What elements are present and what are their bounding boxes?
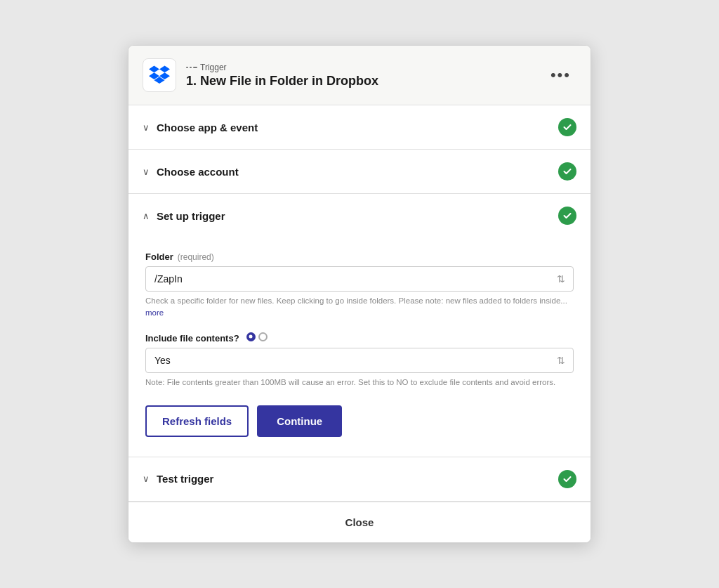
dropbox-icon: [149, 65, 170, 86]
radio-yes[interactable]: [246, 332, 256, 341]
svg-rect-2: [193, 67, 197, 68]
section-setup-trigger-left: ∧ Set up trigger: [143, 210, 225, 222]
check-circle-choose-account: [558, 162, 576, 181]
checkmark-icon-2: [562, 166, 572, 176]
dropbox-logo: [143, 58, 176, 92]
include-contents-field-group: Include file contents? Yes ⇅ Note: File …: [145, 332, 574, 388]
svg-rect-1: [190, 67, 192, 68]
include-contents-hint: Note: File contents greater than 100MB w…: [145, 377, 574, 388]
include-contents-label-row: Include file contents?: [145, 332, 574, 344]
continue-button[interactable]: Continue: [257, 405, 342, 437]
section-test-trigger-header[interactable]: ∨ Test trigger: [128, 457, 591, 501]
close-button[interactable]: Close: [334, 514, 385, 531]
chevron-down-icon-3: ∨: [143, 473, 150, 484]
folder-required: (required): [178, 252, 214, 262]
trigger-label-text: Trigger: [200, 63, 227, 72]
check-circle-choose-app: [558, 118, 576, 136]
setup-trigger-body: Folder (required) /ZapIn ⇅ Check a speci…: [128, 237, 591, 457]
header-left: Trigger 1. New File in Folder in Dropbox: [143, 58, 378, 92]
section-test-trigger-left: ∨ Test trigger: [143, 473, 213, 485]
section-choose-account-title: Choose account: [157, 166, 239, 178]
folder-select-wrapper: /ZapIn ⇅: [145, 266, 574, 292]
more-menu-button[interactable]: •••: [545, 63, 576, 87]
section-choose-account: ∨ Choose account: [128, 150, 591, 194]
check-circle-test-trigger: [558, 470, 576, 488]
include-contents-select-wrapper: Yes ⇅: [145, 348, 574, 373]
refresh-fields-button[interactable]: Refresh fields: [145, 405, 249, 437]
svg-rect-0: [186, 67, 188, 68]
section-choose-account-header[interactable]: ∨ Choose account: [128, 150, 591, 193]
section-choose-app-title: Choose app & event: [157, 122, 258, 133]
folder-label: Folder: [145, 251, 173, 262]
folder-select[interactable]: /ZapIn: [145, 266, 574, 292]
folder-field-group: Folder (required) /ZapIn ⇅ Check a speci…: [145, 251, 574, 320]
check-circle-setup-trigger: [558, 207, 576, 225]
trigger-pipe-icon: [186, 64, 197, 71]
radio-group: [246, 332, 268, 341]
header-title-block: Trigger 1. New File in Folder in Dropbox: [186, 63, 378, 89]
section-choose-app: ∨ Choose app & event: [128, 105, 591, 150]
section-setup-trigger: ∧ Set up trigger Folder (required) /ZapI…: [128, 194, 591, 457]
checkmark-icon: [562, 122, 572, 132]
section-choose-account-left: ∨ Choose account: [143, 166, 239, 178]
include-contents-label: Include file contents?: [145, 333, 239, 344]
folder-hint-more-link[interactable]: more: [145, 308, 164, 317]
chevron-down-icon-2: ∨: [143, 166, 150, 177]
chevron-down-icon: ∨: [143, 122, 150, 133]
section-setup-trigger-header[interactable]: ∧ Set up trigger: [128, 194, 591, 237]
buttons-row: Refresh fields Continue: [145, 405, 574, 437]
section-test-trigger-title: Test trigger: [157, 473, 213, 485]
modal-footer: Close: [128, 502, 591, 542]
zapier-modal: Trigger 1. New File in Folder in Dropbox…: [128, 45, 591, 543]
step-title: 1. New File in Folder in Dropbox: [186, 74, 378, 89]
section-choose-app-left: ∨ Choose app & event: [143, 122, 258, 133]
folder-label-row: Folder (required): [145, 251, 574, 262]
section-setup-trigger-title: Set up trigger: [157, 210, 225, 222]
include-contents-select[interactable]: Yes: [145, 348, 574, 373]
folder-hint: Check a specific folder for new files. K…: [145, 295, 574, 320]
checkmark-icon-3: [562, 211, 572, 221]
radio-no[interactable]: [258, 332, 268, 341]
checkmark-icon-4: [562, 474, 572, 484]
trigger-label: Trigger: [186, 63, 378, 72]
modal-header: Trigger 1. New File in Folder in Dropbox…: [128, 46, 591, 105]
section-test-trigger: ∨ Test trigger: [128, 457, 591, 502]
chevron-up-icon: ∧: [143, 211, 150, 221]
section-choose-app-header[interactable]: ∨ Choose app & event: [128, 105, 591, 149]
